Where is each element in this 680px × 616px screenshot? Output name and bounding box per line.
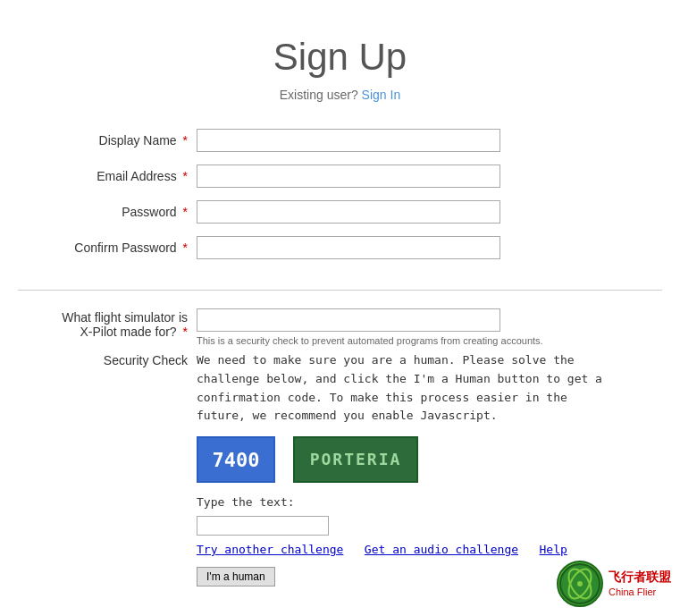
security-check-content: We need to make sure you are a human. Pl… bbox=[197, 351, 644, 586]
im-human-button[interactable]: I'm a human bbox=[197, 567, 275, 586]
existing-user-section: Existing user? Sign In bbox=[18, 88, 662, 102]
watermark-logo bbox=[557, 561, 603, 604]
email-input[interactable] bbox=[197, 165, 500, 188]
security-check-row: Security Check We need to make sure you … bbox=[18, 351, 662, 586]
security-hint: This is a security check to prevent auto… bbox=[197, 335, 543, 346]
display-name-required: * bbox=[183, 133, 188, 148]
security-question-row: What flight simulator is X-Pilot made fo… bbox=[18, 308, 662, 346]
captcha-image-2: PORTERIA bbox=[293, 436, 418, 483]
captcha-input[interactable] bbox=[197, 516, 329, 536]
confirm-password-row: Confirm Password * bbox=[18, 236, 662, 259]
captcha-images: 7400 PORTERIA bbox=[197, 436, 644, 483]
page-title: Sign Up bbox=[18, 36, 662, 79]
captcha-image-1: 7400 bbox=[197, 436, 275, 483]
security-check-description: We need to make sure you are a human. Pl… bbox=[197, 351, 644, 426]
security-check-label: Security Check bbox=[36, 351, 197, 367]
svg-point-3 bbox=[577, 581, 583, 586]
password-input[interactable] bbox=[197, 200, 500, 224]
password-required: * bbox=[183, 205, 188, 219]
email-address-row: Email Address * bbox=[18, 165, 662, 188]
security-question-label: What flight simulator is X-Pilot made fo… bbox=[36, 308, 197, 339]
confirm-password-label: Confirm Password * bbox=[36, 240, 197, 255]
watermark: 飞行者联盟 China Flier bbox=[557, 561, 671, 604]
display-name-label: Display Name * bbox=[36, 133, 197, 148]
display-name-input[interactable] bbox=[197, 129, 500, 152]
page-container: Sign Up Existing user? Sign In Display N… bbox=[0, 0, 680, 604]
type-text-label: Type the text: bbox=[197, 494, 644, 512]
display-name-row: Display Name * bbox=[18, 129, 662, 152]
captcha-links: Try another challenge Get an audio chall… bbox=[197, 541, 644, 560]
security-question-right: This is a security check to prevent auto… bbox=[197, 308, 543, 346]
try-another-link[interactable]: Try another challenge bbox=[197, 543, 343, 556]
security-question-required: * bbox=[183, 325, 188, 339]
confirm-password-input[interactable] bbox=[197, 236, 500, 259]
audio-challenge-link[interactable]: Get an audio challenge bbox=[365, 543, 518, 556]
existing-user-text: Existing user? bbox=[280, 88, 358, 102]
help-link[interactable]: Help bbox=[540, 543, 567, 556]
security-question-input[interactable] bbox=[197, 308, 500, 332]
password-row: Password * bbox=[18, 200, 662, 224]
confirm-password-required: * bbox=[183, 240, 188, 255]
email-required: * bbox=[183, 169, 188, 183]
form-section: Display Name * Email Address * Password … bbox=[18, 129, 662, 291]
sign-in-link[interactable]: Sign In bbox=[362, 88, 401, 102]
password-label: Password * bbox=[36, 205, 197, 219]
email-address-label: Email Address * bbox=[36, 169, 197, 183]
watermark-text: 飞行者联盟 China Flier bbox=[609, 569, 671, 600]
